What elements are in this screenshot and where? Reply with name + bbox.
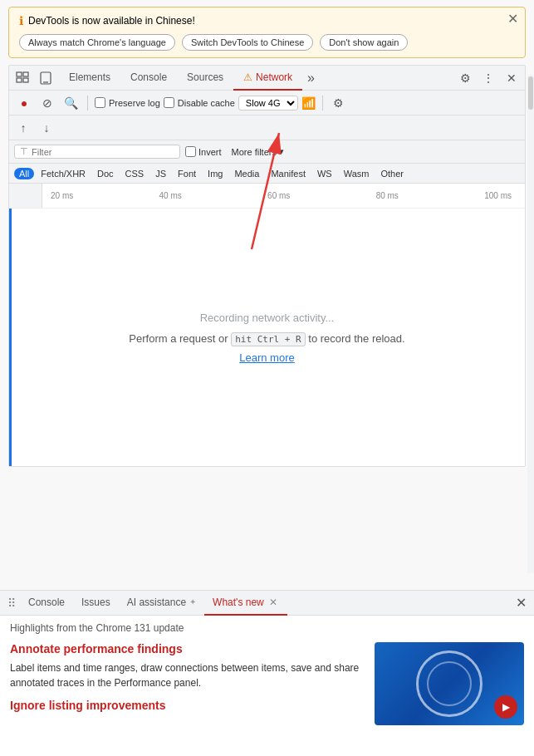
more-filters-button[interactable]: More filters ▾ [227, 145, 289, 159]
export-har-button[interactable]: ↓ [37, 119, 56, 137]
type-pill-ws[interactable]: WS [312, 168, 337, 179]
close-whats-new-tab-button[interactable]: ✕ [267, 596, 279, 608]
devtools-panel: Elements Console Sources ⚠ Network » ⚙ ⋮… [8, 65, 526, 467]
type-pill-manifest[interactable]: Manifest [266, 168, 311, 179]
drawer-tab-console[interactable]: Console [20, 591, 73, 616]
svg-rect-2 [17, 72, 22, 76]
wifi-icon: 📶 [301, 96, 316, 110]
record-button[interactable]: ● [14, 93, 34, 113]
ai-assistance-icon: ✦ [189, 597, 196, 606]
drawer-tab-issues[interactable]: Issues [73, 591, 119, 616]
preserve-log-label[interactable]: Preserve log [95, 97, 160, 108]
type-pill-wasm[interactable]: Wasm [339, 168, 375, 179]
type-pill-doc[interactable]: Doc [92, 168, 119, 179]
scrollbar-thumb[interactable] [528, 76, 533, 110]
tab-more-button[interactable]: » [302, 71, 320, 86]
devtools-kebab-button[interactable]: ⋮ [478, 68, 498, 88]
tab-console[interactable]: Console [120, 66, 177, 91]
close-notification-button[interactable]: ✕ [507, 12, 518, 26]
tab-icon-group [12, 68, 56, 88]
devtools-tab-bar: Elements Console Sources ⚠ Network » ⚙ ⋮… [9, 66, 525, 91]
timeline-label: 60 ms [267, 191, 290, 200]
throttle-select[interactable]: Slow 4G [238, 96, 298, 110]
bottom-drawer: ⠿ Console Issues AI assistance ✦ What's … [0, 590, 534, 756]
type-pill-media[interactable]: Media [229, 168, 264, 179]
network-warning-icon: ⚠ [243, 71, 252, 83]
type-filter-row: AllFetch/XHRDocCSSJSFontImgMediaManifest… [9, 164, 525, 184]
feature1-desc: Label items and time ranges, draw connec… [10, 660, 365, 690]
clear-button[interactable]: ⊘ [37, 93, 57, 113]
devtools-settings-button[interactable]: ⚙ [455, 68, 475, 88]
notification-banner: ℹ DevTools is now available in Chinese! … [8, 7, 526, 58]
disable-cache-checkbox[interactable] [164, 97, 174, 108]
tab-elements[interactable]: Elements [59, 66, 120, 91]
feature1-row: Annotate performance findings Label item… [10, 642, 524, 725]
disable-cache-label[interactable]: Disable cache [164, 97, 235, 108]
close-drawer-button[interactable]: ✕ [511, 593, 531, 613]
feature-thumbnail: ▶ [375, 642, 524, 725]
info-icon: ℹ [19, 14, 23, 27]
keyboard-shortcut: hit Ctrl + R [231, 332, 305, 346]
device-toolbar-icon[interactable] [36, 68, 56, 88]
network-toolbar-row1: ● ⊘ 🔍 Preserve log Disable cache Slow 4G… [9, 91, 525, 115]
invert-label[interactable]: Invert [185, 146, 222, 157]
svg-rect-4 [23, 72, 28, 76]
element-picker-icon[interactable] [12, 68, 32, 88]
feature1-text: Annotate performance findings Label item… [10, 642, 365, 712]
type-pill-js[interactable]: JS [150, 168, 171, 179]
toolbar-separator2 [322, 96, 323, 110]
type-pill-css[interactable]: CSS [120, 168, 149, 179]
filter-row: ⊤ Invert More filters ▾ [9, 140, 525, 164]
filter-funnel-icon: ⊤ [20, 146, 28, 157]
timeline-row: 20 ms40 ms60 ms80 ms100 ms [9, 184, 525, 209]
filter-input-wrapper: ⊤ [14, 145, 180, 159]
chevron-down-icon: ▾ [279, 146, 284, 157]
devtools-close-button[interactable]: ✕ [502, 68, 522, 88]
svg-rect-3 [17, 78, 22, 82]
feature2-title: Ignore listing improvements [10, 699, 365, 712]
tab-sources[interactable]: Sources [177, 66, 233, 91]
whats-new-content: Highlights from the Chrome 131 update An… [0, 616, 534, 756]
timeline-label: 80 ms [376, 191, 399, 200]
preserve-log-checkbox[interactable] [95, 97, 105, 108]
drawer-tab-whats-new[interactable]: What's new ✕ [204, 591, 287, 616]
invert-checkbox[interactable] [185, 146, 196, 157]
type-pill-fetch/xhr[interactable]: Fetch/XHR [36, 168, 91, 179]
play-icon: ▶ [502, 701, 510, 713]
notification-row1: ℹ DevTools is now available in Chinese! [19, 14, 515, 27]
toolbar-separator1 [87, 96, 88, 110]
devtools-settings-group: ⚙ ⋮ ✕ [455, 68, 522, 88]
chrome-update-header: Highlights from the Chrome 131 update [10, 622, 524, 634]
drawer-tab-ai-assistance[interactable]: AI assistance ✦ [119, 591, 204, 616]
feature1-title: Annotate performance findings [10, 642, 365, 655]
network-settings-button[interactable]: ⚙ [330, 94, 348, 112]
timeline-label: 40 ms [159, 191, 182, 200]
learn-more-link[interactable]: Learn more [239, 351, 294, 364]
type-pill-font[interactable]: Font [173, 168, 201, 179]
left-blue-bar [9, 209, 12, 466]
drawer-drag-handle[interactable]: ⠿ [3, 595, 20, 611]
svg-rect-5 [23, 78, 28, 82]
search-button[interactable]: 🔍 [61, 93, 81, 113]
always-match-button[interactable]: Always match Chrome's language [19, 34, 175, 51]
timeline-labels: 20 ms40 ms60 ms80 ms100 ms [42, 191, 520, 200]
import-har-button[interactable]: ↑ [14, 119, 32, 137]
type-pill-other[interactable]: Other [375, 168, 409, 179]
notification-row2: Always match Chrome's language Switch De… [19, 34, 515, 51]
network-main-content: Recording network activity... Perform a … [9, 209, 525, 466]
network-toolbar-row2: ↑ ↓ [9, 115, 525, 140]
filter-input[interactable] [32, 147, 164, 157]
switch-devtools-button[interactable]: Switch DevTools to Chinese [182, 34, 313, 51]
timeline-left-bar [9, 184, 42, 208]
type-pill-all[interactable]: All [14, 168, 34, 179]
record-hint: Perform a request or hit Ctrl + R to rec… [129, 332, 404, 345]
thumbnail-circle [416, 650, 483, 717]
right-scrollbar[interactable] [527, 75, 534, 573]
tab-network[interactable]: ⚠ Network [233, 66, 302, 91]
drawer-tab-bar: ⠿ Console Issues AI assistance ✦ What's … [0, 591, 534, 616]
play-button-overlay: ▶ [494, 695, 517, 719]
type-pill-img[interactable]: Img [203, 168, 228, 179]
timeline-label: 20 ms [51, 191, 73, 200]
recording-text: Recording network activity... [200, 312, 335, 324]
dont-show-again-button[interactable]: Don't show again [320, 34, 408, 51]
